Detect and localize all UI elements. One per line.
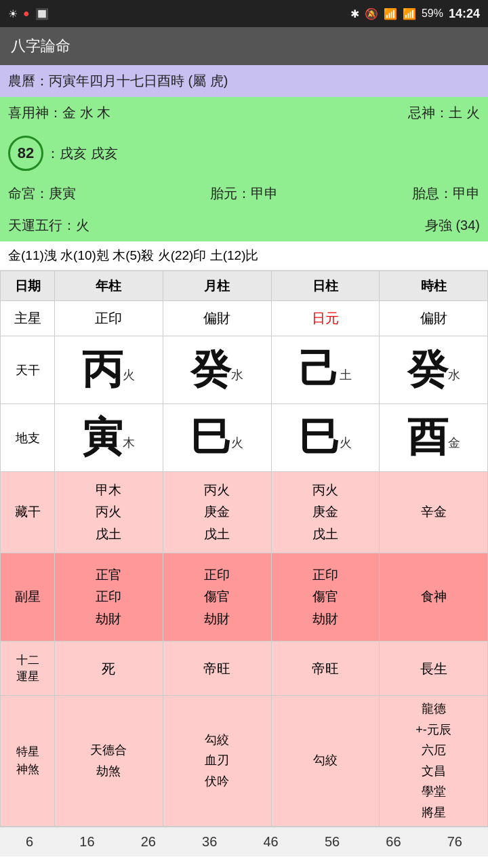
tiangan-ri: 己土	[271, 336, 380, 404]
sun-icon: ☀	[8, 7, 18, 20]
tiangan-shi-char: 癸	[407, 347, 448, 392]
unfavorable-text: 忌神：土 火	[408, 104, 480, 122]
header-label: 日期	[1, 271, 55, 301]
canggan-yue: 丙火 庚金 戊土	[163, 472, 271, 553]
header-yue: 月柱	[163, 271, 271, 301]
twelvestar-row: 十二 運星 死 帝旺 帝旺 長生	[1, 642, 488, 696]
bottom-num-7: 66	[386, 834, 401, 850]
dizhi-yue-sub: 火	[231, 436, 243, 450]
content: 農曆：丙寅年四月十七日酉時 (屬 虎) 喜用神：金 水 木 忌神：土 火 82 …	[0, 65, 488, 856]
tiangan-shi-sub: 水	[448, 368, 460, 382]
favorable-text: 喜用神：金 水 木	[8, 104, 110, 122]
dizhi-shi: 酉金	[380, 404, 488, 472]
bottom-num-4: 36	[202, 834, 217, 850]
minggong-text: 命宮：庚寅	[8, 184, 76, 203]
dizhi-yue-char: 巳	[190, 414, 231, 460]
bottom-num-8: 76	[447, 834, 462, 850]
zhuxing-ri: 日元	[271, 301, 380, 336]
twelvestar-yue: 帝旺	[163, 642, 271, 696]
tiangan-shi: 癸水	[380, 336, 488, 404]
twelvestar-shi: 長生	[380, 642, 488, 696]
bottom-num-2: 16	[79, 834, 94, 850]
lunar-text: 農曆：丙寅年四月十七日酉時 (屬 虎)	[8, 73, 228, 88]
taixi-text: 胎息：甲申	[412, 184, 480, 203]
zhuxing-label: 主星	[1, 301, 55, 336]
specialstar-label: 特星 神煞	[1, 696, 55, 827]
specialstar-yue: 勾絞 血刃 伏吟	[163, 696, 271, 827]
favorable-row: 喜用神：金 水 木 忌神：土 火	[0, 97, 488, 129]
dizhi-label: 地支	[1, 404, 55, 472]
five-elem-text: 金(11)洩 水(10)剋 木(5)殺 火(22)印 土(12)比	[8, 248, 259, 262]
taiyuan-text: 胎元：甲申	[210, 184, 278, 203]
dizhi-nian-sub: 木	[123, 436, 135, 450]
header-shi: 時柱	[380, 271, 488, 301]
minggong-row: 命宮：庚寅 胎元：甲申 胎息：甲申	[0, 178, 488, 210]
bottom-num-6: 56	[325, 834, 340, 850]
tiangan-yue-char: 癸	[190, 347, 231, 392]
battery-level: 59%	[422, 7, 443, 20]
status-bar: ☀ ● 🔲 ✱ 🔕 📶 📶 59% 14:24	[0, 0, 488, 27]
title-bar: 八字論命	[0, 27, 488, 65]
nayin-text: ：戌亥 戌亥	[46, 144, 118, 163]
dizhi-shi-char: 酉	[407, 414, 448, 460]
header-nian: 年柱	[55, 271, 163, 301]
page-title: 八字論命	[11, 36, 70, 56]
canggan-ri: 丙火 庚金 戊土	[271, 472, 380, 553]
main-table: 日期 年柱 月柱 日柱 時柱 主星 正印 偏財 日元 偏財 天干 丙火 癸水 己…	[0, 271, 488, 827]
zhuxing-nian: 正印	[55, 301, 163, 336]
tiangan-yue: 癸水	[163, 336, 271, 404]
tianyun-row: 天運五行：火 身強 (34)	[0, 210, 488, 241]
dizhi-yue: 巳火	[163, 404, 271, 472]
twelvestar-ri: 帝旺	[271, 642, 380, 696]
dizhi-ri: 巳火	[271, 404, 380, 472]
canggan-shi: 辛金	[380, 472, 488, 553]
fuxing-yue: 正印 傷官 劫財	[163, 553, 271, 642]
specialstar-shi: 龍德 +-元辰 六厄 文昌 學堂 將星	[380, 696, 488, 827]
mute-icon: 🔕	[365, 7, 378, 20]
bluetooth-icon: ✱	[350, 7, 359, 20]
tiangan-nian-char: 丙	[82, 347, 123, 392]
specialstar-row: 特星 神煞 天德合 劫煞 勾絞 血刃 伏吟 勾絞 龍德 +-元辰 六厄 文昌 學…	[1, 696, 488, 827]
canggan-nian: 甲木 丙火 戊土	[55, 472, 163, 553]
zhuxing-row: 主星 正印 偏財 日元 偏財	[1, 301, 488, 336]
specialstar-nian: 天德合 劫煞	[55, 696, 163, 827]
bottom-numbers-row: 6 16 26 36 46 56 66 76	[0, 827, 488, 856]
fuxing-ri: 正印 傷官 劫財	[271, 553, 380, 642]
clock: 14:24	[449, 7, 480, 21]
canggan-row: 藏干 甲木 丙火 戊土 丙火 庚金 戊土 丙火 庚金 戊土 辛金	[1, 472, 488, 553]
twelvestar-label: 十二 運星	[1, 642, 55, 696]
table-header: 日期 年柱 月柱 日柱 時柱	[1, 271, 488, 301]
wifi-icon: 📶	[384, 7, 397, 20]
header-ri: 日柱	[271, 271, 380, 301]
specialstar-ri: 勾絞	[271, 696, 380, 827]
bottom-num-3: 26	[141, 834, 156, 850]
fuxing-row: 副星 正官 正印 劫財 正印 傷官 劫財 正印 傷官 劫財 食神	[1, 553, 488, 642]
tiangan-yue-sub: 水	[231, 368, 243, 382]
tiangan-label: 天干	[1, 336, 55, 404]
dizhi-row: 地支 寅木 巳火 巳火 酉金	[1, 404, 488, 472]
chrome-icon: ●	[23, 7, 30, 20]
fuxing-label: 副星	[1, 553, 55, 642]
dizhi-shi-sub: 金	[448, 436, 460, 450]
tiangan-nian-sub: 火	[123, 368, 135, 382]
zhuxing-shi: 偏財	[380, 301, 488, 336]
tiangan-row: 天干 丙火 癸水 己土 癸水	[1, 336, 488, 404]
tiangan-ri-sub: 土	[340, 368, 352, 382]
fuxing-shi: 食神	[380, 553, 488, 642]
canggan-label: 藏干	[1, 472, 55, 553]
score-circle: 82	[8, 136, 43, 171]
nayin-row: 82 ：戌亥 戌亥	[0, 129, 488, 178]
tiangan-ri-char: 己	[299, 347, 340, 392]
dizhi-ri-sub: 火	[340, 436, 352, 450]
dizhi-nian: 寅木	[55, 404, 163, 472]
tiangan-nian: 丙火	[55, 336, 163, 404]
lunar-row: 農曆：丙寅年四月十七日酉時 (屬 虎)	[0, 65, 488, 97]
bottom-num-1: 6	[26, 834, 33, 850]
dizhi-ri-char: 巳	[299, 414, 340, 460]
shenqiang-text: 身強 (34)	[425, 216, 480, 235]
dizhi-nian-char: 寅	[82, 414, 123, 460]
signal-icon: 📶	[403, 7, 416, 20]
fuxing-nian: 正官 正印 劫財	[55, 553, 163, 642]
tianyun-text: 天運五行：火	[8, 216, 89, 235]
five-elem-row: 金(11)洩 水(10)剋 木(5)殺 火(22)印 土(12)比	[0, 241, 488, 271]
